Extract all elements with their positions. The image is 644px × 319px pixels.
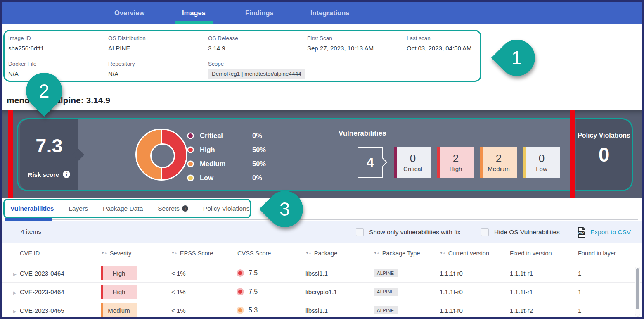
cvss-severity-dot-icon — [238, 308, 242, 312]
sort-icons[interactable]: ▼▲ — [101, 252, 107, 255]
vulnerability-table-body: ▶ CVE-2023-0464 High < 1% 7.5 libssl1.1 … — [2, 264, 642, 319]
legend-item-critical: Critical 0% — [188, 129, 266, 143]
hide-os-vulnerabilities-label: Hide OS Vulnerabilities — [494, 229, 560, 236]
sort-icons[interactable]: ▼▲ — [440, 252, 445, 255]
vulnerabilities-section-title: Vulnerabilities — [339, 129, 386, 138]
tab-underline-track — [52, 219, 638, 220]
severity-card-low: 0 Low — [523, 147, 560, 178]
table-scrollbar-track[interactable] — [635, 267, 640, 317]
annotation-callout-3: 3 — [267, 191, 303, 227]
medium-color-bar — [480, 147, 483, 178]
table-scrollbar-thumb[interactable] — [636, 268, 639, 309]
column-header-cve-id: CVE ID — [20, 250, 101, 257]
table-filter-bar: 4 items Show only vulnerabilities with f… — [2, 221, 642, 243]
current-version-cell: 1.1.1t-r0 — [440, 270, 510, 277]
package-type-chip: ALPINE — [374, 288, 398, 296]
filter-bar-divider — [571, 221, 571, 243]
medium-dot-icon — [188, 162, 193, 166]
current-version-cell: 1.1.1t-r0 — [440, 307, 510, 314]
legend-item-medium: Medium 50% — [188, 157, 266, 171]
table-row[interactable]: ▶ CVE-2023-0464 High < 1% 7.5 libcrypto1… — [2, 283, 642, 301]
column-header-cvss-score: CVSS Score — [237, 250, 305, 257]
image-meta-panel: Image ID sha256:6dff1 OS Distribution AL… — [3, 30, 481, 82]
sort-icons[interactable]: ▼▲ — [171, 252, 177, 255]
annotation-callout-2: 2 — [26, 73, 62, 109]
cvss-severity-dot-icon — [238, 290, 242, 294]
nav-tab-images[interactable]: Images — [182, 2, 206, 24]
detail-tabs: Vulnerabilities Layers Package Data Secr… — [3, 199, 251, 218]
found-in-layer-cell: 1 — [578, 270, 642, 277]
container-image-scan-page: Overview Images Findings Integrations Im… — [0, 0, 644, 319]
meta-field-first-scan: First Scan Sep 27, 2023, 10:13 AM — [307, 35, 374, 52]
vulnerability-table-header: CVE ID ▼▲ Severity ▼▲ EPSS Score CVSS Sc… — [2, 243, 642, 264]
column-header-found-in-layer: Found in layer — [578, 250, 642, 257]
tab-vulnerabilities[interactable]: Vulnerabilities — [10, 205, 54, 212]
risk-summary-strip: 7.3 Risk score i Critical 0% High 50% Me… — [2, 110, 642, 198]
package-cell: libcrypto1.1 — [305, 288, 374, 295]
scope-chip: DemoReg1 | mendtester/alpine4444 — [208, 69, 305, 79]
row-expander-icon[interactable]: ▶ — [13, 309, 17, 314]
sort-icons[interactable]: ▼▲ — [374, 252, 379, 255]
package-type-chip: ALPINE — [374, 269, 398, 277]
callout-pin-icon: 2 — [19, 65, 70, 117]
secrets-info-icon[interactable]: i — [182, 205, 188, 212]
active-tab-underline — [5, 218, 52, 221]
meta-field-os-release: OS Release 3.14.9 — [208, 35, 238, 52]
column-header-fixed-in-version: Fixed in version — [510, 250, 578, 257]
risk-score-info-icon[interactable]: i — [63, 171, 70, 178]
column-header-package[interactable]: ▼▲ Package — [305, 250, 374, 257]
svg-text:CSV: CSV — [578, 232, 584, 235]
title-divider — [5, 89, 638, 89]
row-expander-icon[interactable]: ▶ — [13, 290, 17, 295]
callout-pin-icon: 1 — [491, 32, 542, 83]
found-in-layer-cell: 1 — [578, 288, 642, 295]
tab-policy-violations[interactable]: Policy Violations — [203, 205, 250, 212]
meta-field-scope: Scope DemoReg1 | mendtester/alpine4444 — [208, 61, 305, 79]
top-nav: Overview Images Findings Integrations — [2, 2, 642, 24]
risk-score-box: 7.3 Risk score i — [20, 119, 78, 190]
export-to-csv-button[interactable]: CSV Export to CSV — [577, 227, 631, 238]
sort-icons[interactable]: ▼▲ — [305, 252, 311, 255]
cve-id-cell: CVE-2023-0465 — [20, 307, 101, 314]
callout-pin-icon: 3 — [259, 183, 310, 235]
current-version-cell: 1.1.1t-r0 — [440, 288, 510, 295]
meta-field-repository: Repository N/A — [108, 61, 135, 77]
hide-os-vulnerabilities-checkbox[interactable] — [481, 228, 489, 236]
policy-violations-box: Policy Violations 0 — [576, 119, 632, 190]
column-header-current-version[interactable]: ▼▲ Current version — [440, 250, 510, 257]
package-type-chip: ALPINE — [374, 306, 398, 314]
cve-id-cell: CVE-2023-0464 — [20, 270, 101, 277]
package-cell: libssl1.1 — [305, 270, 374, 277]
epss-score-cell: < 1% — [171, 270, 237, 277]
csv-file-icon: CSV — [577, 227, 586, 238]
column-header-epss-score[interactable]: ▼▲ EPSS Score — [171, 250, 237, 257]
legend-item-high: High 50% — [188, 143, 266, 157]
red-stripe-left — [8, 110, 13, 198]
fixed-in-version-cell: 1.1.1t-r2 — [510, 307, 578, 314]
meta-field-os-distribution: OS Distribution ALPINE — [108, 35, 146, 52]
nav-tab-overview[interactable]: Overview — [114, 2, 144, 24]
tab-package-data[interactable]: Package Data — [103, 205, 143, 212]
table-row[interactable]: ▶ CVE-2023-0464 High < 1% 7.5 libssl1.1 … — [2, 264, 642, 283]
risk-score-label: Risk score — [28, 171, 59, 178]
risk-score-value: 7.3 — [20, 134, 78, 157]
nav-tab-findings[interactable]: Findings — [245, 2, 274, 24]
table-row[interactable]: ▶ CVE-2023-0465 Medium < 1% 5.3 libssl1.… — [2, 301, 642, 319]
tab-layers[interactable]: Layers — [69, 205, 88, 212]
nav-tab-integrations[interactable]: Integrations — [310, 2, 349, 24]
show-only-fix-checkbox[interactable] — [356, 228, 364, 236]
fixed-in-version-cell: 1.1.1t-r1 — [510, 288, 578, 295]
column-header-severity[interactable]: ▼▲ Severity — [101, 250, 171, 257]
fixed-in-version-cell: 1.1.1t-r1 — [510, 270, 578, 277]
tab-secrets[interactable]: Secrets i — [158, 205, 188, 212]
policy-violations-count: 0 — [576, 143, 632, 166]
legend-item-low: Low 0% — [188, 171, 266, 185]
severity-badge: High — [101, 285, 137, 299]
row-expander-icon[interactable]: ▶ — [13, 272, 17, 276]
high-dot-icon — [188, 148, 193, 152]
column-header-package-type[interactable]: ▼▲ Package Type — [374, 250, 440, 257]
severity-badge: High — [101, 266, 137, 280]
strip-section-divider — [298, 127, 298, 183]
package-cell: libssl1.1 — [305, 307, 374, 314]
severity-legend: Critical 0% High 50% Medium 50% Low 0% — [188, 129, 266, 185]
